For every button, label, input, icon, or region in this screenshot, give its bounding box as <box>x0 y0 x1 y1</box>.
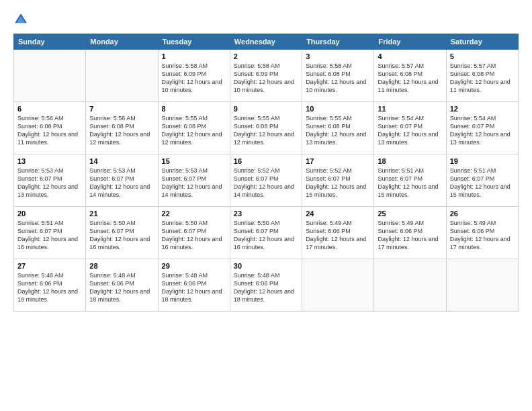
calendar-cell: 10Sunrise: 5:55 AM Sunset: 6:08 PM Dayli… <box>302 102 374 154</box>
calendar-cell: 14Sunrise: 5:53 AM Sunset: 6:07 PM Dayli… <box>86 154 158 207</box>
day-number: 26 <box>450 210 515 218</box>
calendar-table: SundayMondayTuesdayWednesdayThursdayFrid… <box>13 34 519 312</box>
day-number: 20 <box>17 210 82 218</box>
day-info: Sunrise: 5:49 AM Sunset: 6:06 PM Dayligh… <box>306 219 370 252</box>
calendar-cell: 13Sunrise: 5:53 AM Sunset: 6:07 PM Dayli… <box>14 154 86 207</box>
day-number: 14 <box>89 157 154 165</box>
day-info: Sunrise: 5:49 AM Sunset: 6:06 PM Dayligh… <box>450 219 515 252</box>
day-info: Sunrise: 5:51 AM Sunset: 6:07 PM Dayligh… <box>378 167 442 199</box>
day-number: 4 <box>378 52 442 60</box>
day-number: 28 <box>89 262 154 270</box>
calendar-cell: 30Sunrise: 5:48 AM Sunset: 6:06 PM Dayli… <box>230 259 302 312</box>
calendar-cell: 27Sunrise: 5:48 AM Sunset: 6:06 PM Dayli… <box>14 259 86 312</box>
calendar-cell <box>446 259 518 312</box>
day-number: 1 <box>162 52 226 60</box>
day-info: Sunrise: 5:57 AM Sunset: 6:08 PM Dayligh… <box>450 62 515 95</box>
calendar-cell: 15Sunrise: 5:53 AM Sunset: 6:07 PM Dayli… <box>158 154 230 207</box>
day-number: 13 <box>17 157 82 165</box>
day-info: Sunrise: 5:58 AM Sunset: 6:09 PM Dayligh… <box>162 62 226 95</box>
calendar-cell: 22Sunrise: 5:50 AM Sunset: 6:07 PM Dayli… <box>158 207 230 259</box>
calendar-cell: 4Sunrise: 5:57 AM Sunset: 6:08 PM Daylig… <box>374 50 446 102</box>
day-info: Sunrise: 5:50 AM Sunset: 6:07 PM Dayligh… <box>89 219 154 252</box>
calendar-cell <box>374 259 446 312</box>
calendar-cell: 17Sunrise: 5:52 AM Sunset: 6:07 PM Dayli… <box>302 154 374 207</box>
day-info: Sunrise: 5:50 AM Sunset: 6:07 PM Dayligh… <box>162 219 226 252</box>
weekday-header-cell: Saturday <box>446 34 518 50</box>
day-info: Sunrise: 5:54 AM Sunset: 6:07 PM Dayligh… <box>378 114 442 147</box>
day-number: 2 <box>234 52 298 60</box>
weekday-header-row: SundayMondayTuesdayWednesdayThursdayFrid… <box>14 34 519 50</box>
day-info: Sunrise: 5:51 AM Sunset: 6:07 PM Dayligh… <box>450 167 515 199</box>
calendar-week-row: 6Sunrise: 5:56 AM Sunset: 6:08 PM Daylig… <box>14 102 519 154</box>
calendar-cell: 26Sunrise: 5:49 AM Sunset: 6:06 PM Dayli… <box>446 207 518 259</box>
day-number: 24 <box>306 210 370 218</box>
calendar-cell: 25Sunrise: 5:49 AM Sunset: 6:06 PM Dayli… <box>374 207 446 259</box>
calendar-cell: 18Sunrise: 5:51 AM Sunset: 6:07 PM Dayli… <box>374 154 446 207</box>
calendar-week-row: 13Sunrise: 5:53 AM Sunset: 6:07 PM Dayli… <box>14 154 519 207</box>
day-number: 5 <box>450 52 515 60</box>
calendar-week-row: 1Sunrise: 5:58 AM Sunset: 6:09 PM Daylig… <box>14 50 519 102</box>
weekday-header-cell: Thursday <box>302 34 374 50</box>
day-number: 19 <box>450 157 515 165</box>
calendar-cell: 21Sunrise: 5:50 AM Sunset: 6:07 PM Dayli… <box>86 207 158 259</box>
calendar-cell: 1Sunrise: 5:58 AM Sunset: 6:09 PM Daylig… <box>158 50 230 102</box>
day-info: Sunrise: 5:52 AM Sunset: 6:07 PM Dayligh… <box>234 167 298 199</box>
calendar-cell: 19Sunrise: 5:51 AM Sunset: 6:07 PM Dayli… <box>446 154 518 207</box>
day-number: 30 <box>234 262 298 270</box>
day-info: Sunrise: 5:48 AM Sunset: 6:06 PM Dayligh… <box>234 271 298 304</box>
day-number: 9 <box>234 105 298 113</box>
calendar-cell: 7Sunrise: 5:56 AM Sunset: 6:08 PM Daylig… <box>86 102 158 154</box>
day-number: 22 <box>162 210 226 218</box>
calendar-cell <box>302 259 374 312</box>
day-info: Sunrise: 5:54 AM Sunset: 6:07 PM Dayligh… <box>450 114 515 147</box>
calendar-cell: 6Sunrise: 5:56 AM Sunset: 6:08 PM Daylig… <box>14 102 86 154</box>
calendar-cell: 23Sunrise: 5:50 AM Sunset: 6:07 PM Dayli… <box>230 207 302 259</box>
day-number: 23 <box>234 210 298 218</box>
weekday-header-cell: Monday <box>86 34 158 50</box>
calendar-cell: 24Sunrise: 5:49 AM Sunset: 6:06 PM Dayli… <box>302 207 374 259</box>
calendar-cell: 20Sunrise: 5:51 AM Sunset: 6:07 PM Dayli… <box>14 207 86 259</box>
day-info: Sunrise: 5:52 AM Sunset: 6:07 PM Dayligh… <box>306 167 370 199</box>
weekday-header-cell: Sunday <box>14 34 86 50</box>
calendar-cell: 29Sunrise: 5:48 AM Sunset: 6:06 PM Dayli… <box>158 259 230 312</box>
logo-icon <box>13 12 28 27</box>
calendar-body: 1Sunrise: 5:58 AM Sunset: 6:09 PM Daylig… <box>14 50 519 312</box>
day-number: 16 <box>234 157 298 165</box>
day-number: 17 <box>306 157 370 165</box>
calendar-cell: 16Sunrise: 5:52 AM Sunset: 6:07 PM Dayli… <box>230 154 302 207</box>
day-info: Sunrise: 5:56 AM Sunset: 6:08 PM Dayligh… <box>17 114 82 147</box>
day-info: Sunrise: 5:56 AM Sunset: 6:08 PM Dayligh… <box>89 114 154 147</box>
calendar-cell: 5Sunrise: 5:57 AM Sunset: 6:08 PM Daylig… <box>446 50 518 102</box>
day-info: Sunrise: 5:55 AM Sunset: 6:08 PM Dayligh… <box>162 114 226 147</box>
page: SundayMondayTuesdayWednesdayThursdayFrid… <box>0 0 532 411</box>
day-number: 27 <box>17 262 82 270</box>
day-number: 29 <box>162 262 226 270</box>
calendar-week-row: 27Sunrise: 5:48 AM Sunset: 6:06 PM Dayli… <box>14 259 519 312</box>
day-info: Sunrise: 5:48 AM Sunset: 6:06 PM Dayligh… <box>89 271 154 304</box>
day-info: Sunrise: 5:55 AM Sunset: 6:08 PM Dayligh… <box>234 114 298 147</box>
day-number: 8 <box>162 105 226 113</box>
calendar-cell: 2Sunrise: 5:58 AM Sunset: 6:09 PM Daylig… <box>230 50 302 102</box>
day-info: Sunrise: 5:58 AM Sunset: 6:09 PM Dayligh… <box>234 62 298 95</box>
day-info: Sunrise: 5:50 AM Sunset: 6:07 PM Dayligh… <box>234 219 298 252</box>
logo <box>13 12 31 27</box>
calendar-cell <box>86 50 158 102</box>
calendar-cell: 3Sunrise: 5:58 AM Sunset: 6:08 PM Daylig… <box>302 50 374 102</box>
day-number: 7 <box>89 105 154 113</box>
day-info: Sunrise: 5:55 AM Sunset: 6:08 PM Dayligh… <box>306 114 370 147</box>
calendar-week-row: 20Sunrise: 5:51 AM Sunset: 6:07 PM Dayli… <box>14 207 519 259</box>
day-info: Sunrise: 5:48 AM Sunset: 6:06 PM Dayligh… <box>17 271 82 304</box>
calendar-cell: 8Sunrise: 5:55 AM Sunset: 6:08 PM Daylig… <box>158 102 230 154</box>
day-number: 18 <box>378 157 442 165</box>
weekday-header-cell: Tuesday <box>158 34 230 50</box>
day-number: 6 <box>17 105 82 113</box>
header <box>13 12 519 27</box>
calendar-cell: 11Sunrise: 5:54 AM Sunset: 6:07 PM Dayli… <box>374 102 446 154</box>
day-number: 10 <box>306 105 370 113</box>
day-info: Sunrise: 5:49 AM Sunset: 6:06 PM Dayligh… <box>378 219 442 252</box>
calendar-cell: 9Sunrise: 5:55 AM Sunset: 6:08 PM Daylig… <box>230 102 302 154</box>
day-info: Sunrise: 5:53 AM Sunset: 6:07 PM Dayligh… <box>162 167 226 199</box>
day-info: Sunrise: 5:57 AM Sunset: 6:08 PM Dayligh… <box>378 62 442 95</box>
weekday-header-cell: Wednesday <box>230 34 302 50</box>
day-info: Sunrise: 5:53 AM Sunset: 6:07 PM Dayligh… <box>17 167 82 199</box>
